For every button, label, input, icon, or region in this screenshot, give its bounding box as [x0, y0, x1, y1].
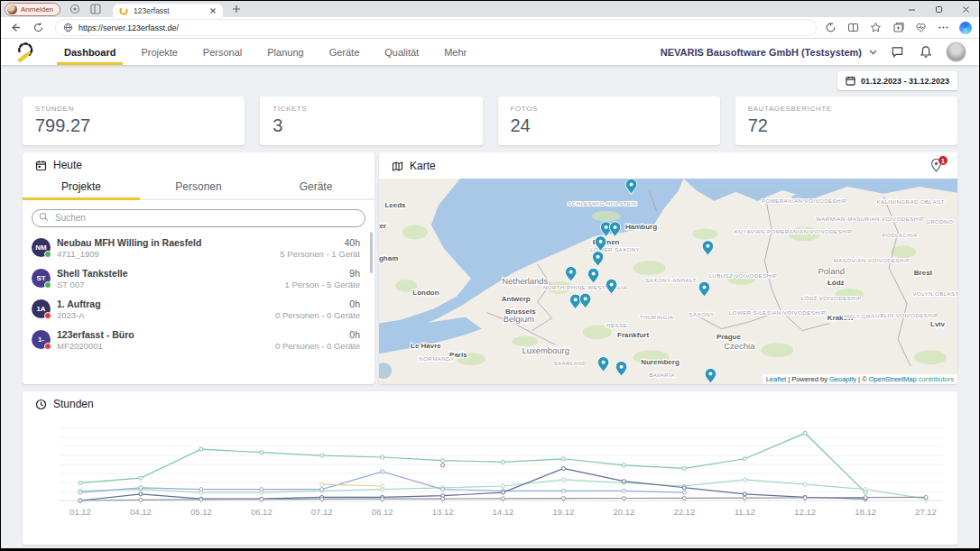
copilot-icon[interactable]	[959, 22, 972, 34]
project-list-item[interactable]: STShell TankstelleST 0079h1 Person - 5 G…	[23, 263, 374, 294]
map-label: VOLYN OBLAST	[912, 290, 957, 297]
company-selector[interactable]: NEVARIS Bausoftware GmbH (Testsystem)	[661, 47, 877, 58]
settings-more-icon[interactable]	[937, 22, 949, 34]
map-alerts-pin-icon[interactable]: 1	[930, 159, 945, 173]
search-wrap	[23, 200, 374, 233]
heute-tab-geräte[interactable]: Geräte	[257, 177, 374, 200]
svg-text:05.12: 05.12	[190, 507, 212, 517]
browser-essentials-icon[interactable]	[914, 22, 927, 34]
attribution-segment[interactable]: Geoapify	[829, 375, 856, 383]
heute-tabs: ProjektePersonenGeräte	[23, 177, 374, 200]
app-header-right: NEVARIS Bausoftware GmbH (Testsystem)	[661, 41, 966, 62]
project-hours: 0h	[275, 329, 360, 340]
project-list: NMNeubau MFH Willing in Raesfeld4711_190…	[23, 233, 374, 385]
clock-icon	[35, 399, 47, 410]
project-name: 123erfasst - Büro	[57, 329, 275, 340]
map-canvas[interactable]: LeedsManchesterBirminghamLondonHamburgBr…	[379, 179, 957, 384]
project-avatar: ST	[32, 269, 51, 288]
browser-tab[interactable]: 123erfasst	[113, 4, 223, 17]
date-filter-row: 01.12.2023 - 31.12.2023	[23, 71, 957, 90]
map-attribution[interactable]: Leaflet | Powered by Geoapify | © OpenSt…	[763, 374, 957, 384]
map-label: LUBUSZ VOIVODESHIP	[708, 272, 777, 279]
attribution-segment[interactable]: Leaflet	[766, 375, 787, 383]
nav-item-geräte[interactable]: Geräte	[317, 39, 373, 65]
map-label: London	[412, 289, 439, 297]
stat-value: 799.27	[35, 115, 232, 136]
stat-card-bautagesberichte: BAUTAGESBERICHTE72	[735, 96, 957, 145]
status-dot	[44, 343, 51, 350]
map-label: KALININGRAD OBLAST	[876, 198, 944, 205]
attribution-segment[interactable]: OpenStreetMap	[869, 375, 917, 383]
favorites-icon[interactable]	[869, 22, 882, 34]
map-label: Łódź	[827, 279, 845, 287]
list-scrollbar[interactable]	[370, 232, 373, 273]
project-resources: 5 Personen - 1 Gerät	[280, 249, 360, 259]
svg-text:13.12: 13.12	[432, 507, 454, 517]
map-label: Manchester	[379, 222, 386, 230]
notifications-bell-icon[interactable]	[918, 44, 933, 60]
project-hours: 0h	[275, 298, 360, 309]
search-input[interactable]	[32, 209, 365, 227]
nav-item-planung[interactable]: Planung	[254, 39, 316, 65]
minimize-button[interactable]	[898, 1, 925, 17]
heute-tab-personen[interactable]: Personen	[140, 177, 257, 200]
nav-item-personal[interactable]: Personal	[190, 39, 254, 65]
attribution-segment[interactable]: contributors	[917, 375, 954, 383]
stat-card-stunden: STUNDEN799.27	[23, 96, 245, 145]
workspaces-icon[interactable]	[69, 3, 81, 15]
sidebar-search-icon[interactable]	[824, 22, 837, 34]
browser-profile-chip[interactable]: Anmelden	[5, 3, 60, 16]
project-list-item[interactable]: 1-123erfasst - BüroMF20200010h0 Personen…	[23, 325, 374, 355]
map-label: Prague	[717, 333, 742, 341]
svg-text:12.12: 12.12	[794, 507, 816, 517]
project-name: Shell Tankstelle	[57, 268, 285, 279]
avatar-initials: 1A	[36, 305, 45, 313]
address-bar[interactable]: https://server.123erfasst.de/	[55, 19, 817, 36]
heute-panel: Heute ProjektePersonenGeräte NMNeubau MF…	[23, 152, 374, 384]
heute-title: Heute	[53, 159, 82, 171]
project-list-item[interactable]: NMNeubau MFH Willing in Raesfeld4711_190…	[23, 233, 374, 263]
split-screen-icon[interactable]	[846, 22, 859, 34]
collections-icon[interactable]	[892, 22, 904, 34]
heute-header: Heute	[23, 152, 374, 177]
stat-value: 72	[748, 115, 945, 136]
site-info-icon[interactable]	[63, 23, 73, 32]
map-label: Leeds	[384, 201, 406, 209]
map-label: KUYAVIAN-POMERANIAN VOIVODESHIP	[735, 228, 853, 234]
new-tab-button[interactable]	[232, 5, 241, 14]
user-avatar[interactable]	[946, 41, 966, 62]
project-name: 1. Auftrag	[57, 298, 275, 309]
svg-text:04.12: 04.12	[130, 507, 152, 517]
stunden-chart: 01.1204.1205.1206.1207.1208.1213.1214.12…	[23, 418, 957, 528]
close-button[interactable]	[952, 1, 979, 17]
stat-card-fotos: FOTOS24	[498, 96, 720, 145]
nav-item-qualität[interactable]: Qualität	[372, 39, 431, 65]
stunden-header: Stunden	[23, 391, 957, 416]
nav-item-mehr[interactable]: Mehr	[431, 39, 479, 65]
svg-text:18.12: 18.12	[855, 507, 876, 517]
messages-icon[interactable]	[890, 44, 905, 60]
map-label: Birmingham	[379, 254, 398, 262]
project-list-item[interactable]: 1A1. Auftrag2023-A0h0 Personen - 0 Gerät…	[23, 294, 374, 325]
attribution-segment: | ©	[856, 375, 869, 383]
tab-close-icon[interactable]	[209, 7, 217, 14]
map-label: Hamburg	[625, 223, 657, 231]
stunden-panel: Stunden 01.1204.1205.1206.1207.1208.1213…	[23, 391, 957, 545]
map-label: LOWER SILESIAN VOIVODESHIP	[729, 309, 826, 316]
refresh-icon[interactable]	[28, 20, 48, 36]
map-icon	[392, 161, 403, 172]
heute-tab-projekte[interactable]: Projekte	[23, 177, 140, 200]
back-icon[interactable]	[5, 20, 24, 36]
date-range-button[interactable]: 01.12.2023 - 31.12.2023	[837, 71, 957, 90]
nav-item-projekte[interactable]: Projekte	[128, 39, 190, 65]
status-dot	[44, 281, 51, 289]
map-label: THURINGIA	[640, 314, 674, 320]
svg-text:01.12: 01.12	[69, 507, 91, 517]
vertical-tabs-icon[interactable]	[89, 3, 102, 15]
map-label: Le Havre	[411, 342, 441, 350]
maximize-button[interactable]	[925, 1, 952, 17]
avatar-initials: 1-	[38, 335, 44, 344]
project-avatar: 1A	[32, 299, 51, 318]
avatar-initials: ST	[36, 274, 45, 282]
nav-item-dashboard[interactable]: Dashboard	[51, 39, 128, 65]
